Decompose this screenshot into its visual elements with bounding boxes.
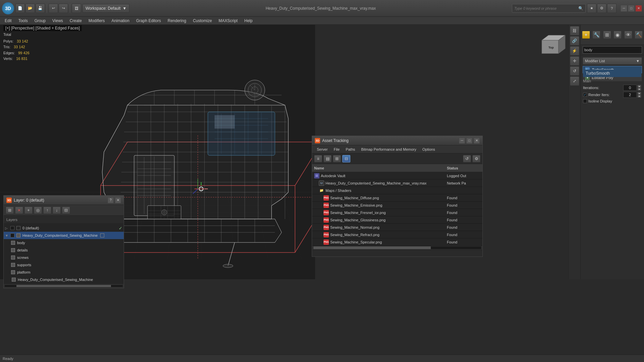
asset-scrollbar[interactable] (313, 246, 481, 249)
layer-close-btn[interactable]: ✕ (115, 197, 121, 203)
at-btn-list[interactable]: ≡ (314, 155, 322, 162)
layer-item-machine-obj[interactable]: Heavy_Duty_Computerised_Sewing_Machine (4, 276, 124, 283)
menu-animation[interactable]: Animation (108, 18, 133, 24)
new-btn[interactable]: 📄 (15, 4, 25, 13)
iterations-down[interactable]: ▼ (637, 88, 641, 91)
layer-item-screws[interactable]: screws (4, 254, 124, 261)
asset-panel-titlebar[interactable]: 3D Asset Tracking ─ □ ✕ (312, 136, 482, 145)
modifier-list-dropdown[interactable]: Modifier List ▼ (583, 57, 642, 65)
bind-btn[interactable]: ⚡ (570, 46, 579, 56)
nav-cube[interactable]: Top (537, 32, 567, 62)
close-btn[interactable]: ✕ (635, 5, 642, 12)
render-iters-checkbox[interactable] (583, 93, 587, 97)
layer-obj-down[interactable]: ↓ (53, 207, 61, 214)
menu-maxscript[interactable]: MAXScript (215, 18, 241, 24)
redo-btn[interactable]: ↪ (59, 4, 68, 13)
layer-delete[interactable]: ✕ (15, 207, 23, 214)
layer-panel-titlebar[interactable]: 3D Layer: 0 (default) ? ✕ (4, 196, 124, 205)
move-btn[interactable]: ✛ (570, 56, 579, 66)
layer-item-default[interactable]: ▷ 0 (default) ✓ (4, 224, 124, 232)
star-btn[interactable]: ★ (587, 4, 596, 13)
render-iters-input[interactable] (623, 92, 637, 98)
asset-close-btn[interactable]: ✕ (474, 138, 480, 144)
menu-help[interactable]: Help (241, 18, 256, 24)
open-btn[interactable]: 📂 (25, 4, 35, 13)
asset-row-diffuse[interactable]: PNG Sewing_Machine_Diffuse.png Found (312, 194, 482, 202)
layer-select[interactable]: ◎ (34, 207, 42, 214)
layer-create-from-sel[interactable]: ⊞ (6, 207, 14, 214)
layer-check-machine[interactable] (10, 233, 14, 237)
asset-row-maps[interactable]: 📁 Maps / Shaders (312, 187, 482, 194)
at-btn-settings[interactable]: ⚙ (472, 155, 480, 162)
menu-edit[interactable]: Edit (1, 18, 15, 24)
settings-btn[interactable]: ⚙ (597, 4, 606, 13)
asset-minimize-btn[interactable]: ─ (459, 138, 465, 144)
hierarchy-icon[interactable]: ⊞ (603, 31, 611, 39)
asset-row-glossiness[interactable]: PNG Sewing_Machine_Glossiness.png Found (312, 216, 482, 224)
asset-menu-options[interactable]: Options (420, 147, 438, 152)
menu-customize[interactable]: Customize (189, 18, 215, 24)
display-icon[interactable]: 👁 (624, 31, 632, 39)
asset-row-normal[interactable]: PNG Sewing_Machine_Normal.png Found (312, 224, 482, 231)
menu-views[interactable]: Views (49, 18, 66, 24)
maximize-btn[interactable]: □ (628, 5, 635, 12)
layer-obj-up[interactable]: ↑ (43, 207, 51, 214)
render-iters-down[interactable]: ▼ (637, 95, 641, 98)
search-input[interactable] (514, 6, 577, 10)
file-title: Heavy_Duty_Computerised_Sewing_Machine_m… (131, 6, 511, 11)
utility-icon[interactable]: 🔨 (635, 31, 643, 39)
at-btn-refresh[interactable]: ↺ (463, 155, 471, 162)
layer-item-supports[interactable]: supports (4, 261, 124, 269)
layer-check-default[interactable] (10, 226, 14, 230)
rotate-btn[interactable]: ↺ (570, 66, 579, 76)
asset-row-vault[interactable]: 🏛 Autodesk Vault Logged Out (312, 172, 482, 179)
layer-help-btn[interactable]: ? (108, 197, 114, 203)
render-preview[interactable]: 🖼 (72, 4, 81, 13)
isoline-checkbox[interactable] (583, 99, 587, 103)
workspace-dropdown[interactable]: Workspace: Default ▼ (82, 4, 129, 13)
asset-row-max[interactable]: M Heavy_Duty_Computerised_Sewing_Machine… (312, 179, 482, 187)
at-btn-table[interactable]: ⊟ (342, 155, 350, 162)
asset-row-refract[interactable]: PNG Sewing_Machine_Refract.png Found (312, 231, 482, 238)
asset-row-emissive[interactable]: PNG Sewing_Machine_Emissive.png Found (312, 202, 482, 209)
layer-item-details[interactable]: details (4, 246, 124, 254)
iterations-up[interactable]: ▲ (637, 85, 641, 88)
scale-btn[interactable]: ⤢ (570, 76, 579, 86)
asset-row-fresnel[interactable]: PNG Sewing_Machine_Fresnel_ior.png Found (312, 209, 482, 216)
create-icon[interactable]: ✦ (582, 31, 590, 39)
undo-btn[interactable]: ↩ (49, 4, 58, 13)
asset-maximize-btn[interactable]: □ (466, 138, 472, 144)
menu-modifiers[interactable]: Modifiers (85, 18, 108, 24)
asset-menu-server[interactable]: Server (314, 147, 330, 152)
unlink-btn[interactable]: 🔗 (570, 36, 579, 46)
layer-add-sel[interactable]: + (24, 207, 33, 214)
layer-scrollbar[interactable] (4, 285, 123, 287)
iterations-input[interactable] (623, 85, 637, 91)
menu-rendering[interactable]: Rendering (164, 18, 189, 24)
asset-scrollbar-thumb (313, 246, 431, 249)
menu-tools[interactable]: Tools (15, 18, 31, 24)
layer-vis-supports (11, 263, 15, 267)
asset-row-specular[interactable]: PNG Sewing_Machine_Specular.png Found (312, 238, 482, 246)
at-btn-grid[interactable]: ⊞ (333, 155, 341, 162)
minimize-btn[interactable]: ─ (621, 5, 627, 12)
menu-graph-editors[interactable]: Graph Editors (133, 18, 164, 24)
modify-icon[interactable]: 🔧 (592, 31, 600, 39)
asset-menu-file[interactable]: File (331, 147, 342, 152)
emissive-name: Sewing_Machine_Emissive.png (330, 203, 447, 207)
render-iters-up[interactable]: ▲ (637, 92, 641, 95)
object-name-field[interactable] (583, 46, 642, 54)
layer-item-body[interactable]: body (4, 239, 124, 246)
motion-icon[interactable]: ◉ (613, 31, 622, 39)
asset-menu-paths[interactable]: Paths (343, 147, 358, 152)
link-btn[interactable]: ⛓ (570, 26, 579, 35)
layer-item-platform[interactable]: platform (4, 269, 124, 276)
save-btn[interactable]: 💾 (36, 4, 45, 13)
help-btn[interactable]: ? (607, 4, 617, 13)
at-btn-detail[interactable]: ▤ (324, 155, 332, 162)
menu-group[interactable]: Group (31, 18, 49, 24)
layer-expand[interactable]: ⊟ (62, 207, 70, 214)
asset-menu-bitmap[interactable]: Bitmap Performance and Memory (358, 147, 419, 152)
menu-create[interactable]: Create (66, 18, 85, 24)
layer-item-machine[interactable]: ▼ Heavy_Duty_Computerised_Sewing_Machine (4, 232, 124, 239)
